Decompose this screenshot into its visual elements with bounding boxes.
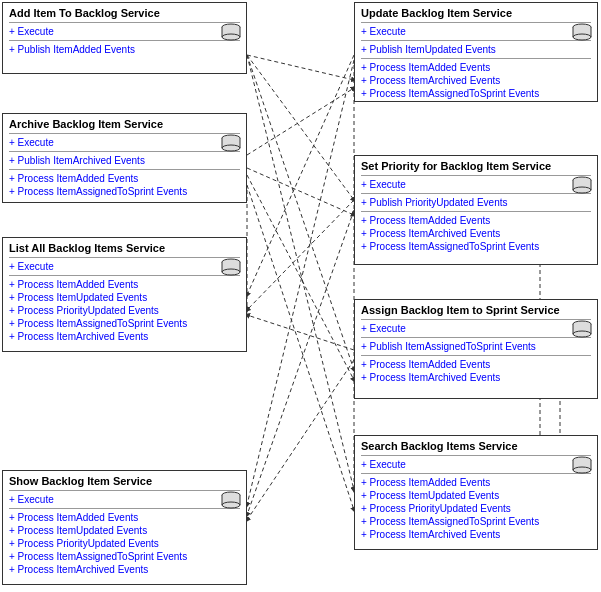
svg-line-8	[247, 55, 354, 295]
assign-sprint-db-icon	[571, 320, 593, 338]
svg-line-11	[247, 200, 354, 310]
list-all-p2: + Process ItemUpdated Events	[9, 291, 240, 304]
archive-execute: + Execute	[9, 136, 240, 149]
show-title: Show Backlog Item Service	[9, 475, 240, 487]
set-priority-publish: + Publish PriorityUpdated Events	[361, 196, 591, 209]
show-execute: + Execute	[9, 493, 240, 506]
show-p3: + Process PriorityUpdated Events	[9, 537, 240, 550]
update-p2: + Process ItemArchived Events	[361, 74, 591, 87]
svg-line-3	[247, 55, 354, 490]
svg-line-5	[247, 168, 354, 215]
list-all-title: List All Backlog Items Service	[9, 242, 240, 254]
set-priority-service-box: Set Priority for Backlog Item Service + …	[354, 155, 598, 265]
svg-line-7	[247, 185, 354, 510]
add-item-title: Add Item To Backlog Service	[9, 7, 240, 19]
assign-sprint-p2: + Process ItemArchived Events	[361, 371, 591, 384]
show-p4: + Process ItemAssignedToSprint Events	[9, 550, 240, 563]
show-service-box: Show Backlog Item Service + Execute + Pr…	[2, 470, 247, 585]
set-priority-p3: + Process ItemAssignedToSprint Events	[361, 240, 591, 253]
add-item-service-box: Add Item To Backlog Service + Execute + …	[2, 2, 247, 74]
svg-point-55	[573, 467, 591, 473]
assign-sprint-execute: + Execute	[361, 322, 591, 335]
add-item-db-icon	[220, 23, 242, 41]
search-db-icon	[571, 456, 593, 474]
update-service-box: Update Backlog Item Service + Execute + …	[354, 2, 598, 102]
search-p4: + Process ItemAssignedToSprint Events	[361, 515, 591, 528]
show-p1: + Process ItemAdded Events	[9, 511, 240, 524]
list-all-service-box: List All Backlog Items Service + Execute…	[2, 237, 247, 352]
add-item-publish: + Publish ItemAdded Events	[9, 43, 240, 56]
svg-line-0	[247, 55, 354, 80]
svg-line-15	[247, 360, 354, 520]
list-all-p1: + Process ItemAdded Events	[9, 278, 240, 291]
set-priority-db-icon	[571, 176, 593, 194]
archive-process1: + Process ItemAdded Events	[9, 172, 240, 185]
list-all-p5: + Process ItemArchived Events	[9, 330, 240, 343]
update-title: Update Backlog Item Service	[361, 7, 591, 19]
svg-point-45	[573, 187, 591, 193]
search-p1: + Process ItemAdded Events	[361, 476, 591, 489]
search-p2: + Process ItemUpdated Events	[361, 489, 591, 502]
search-service-box: Search Backlog Items Service + Execute +…	[354, 435, 598, 550]
set-priority-execute: + Execute	[361, 178, 591, 191]
set-priority-title: Set Priority for Backlog Item Service	[361, 160, 591, 172]
assign-sprint-title: Assign Backlog Item to Sprint Service	[361, 304, 591, 316]
show-p5: + Process ItemArchived Events	[9, 563, 240, 576]
svg-line-1	[247, 55, 354, 200]
assign-sprint-p1: + Process ItemAdded Events	[361, 358, 591, 371]
svg-line-9	[247, 60, 354, 505]
svg-point-20	[222, 34, 240, 40]
show-db-icon	[220, 491, 242, 509]
svg-line-14	[247, 315, 354, 350]
update-p1: + Process ItemAdded Events	[361, 61, 591, 74]
svg-point-40	[573, 34, 591, 40]
list-all-p4: + Process ItemAssignedToSprint Events	[9, 317, 240, 330]
update-p3: + Process ItemAssignedToSprint Events	[361, 87, 591, 100]
list-all-db-icon	[220, 258, 242, 276]
set-priority-p2: + Process ItemArchived Events	[361, 227, 591, 240]
update-db-icon	[571, 23, 593, 41]
archive-process2: + Process ItemAssignedToSprint Events	[9, 185, 240, 198]
search-execute: + Execute	[361, 458, 591, 471]
svg-point-25	[222, 145, 240, 151]
search-p3: + Process PriorityUpdated Events	[361, 502, 591, 515]
search-p5: + Process ItemArchived Events	[361, 528, 591, 541]
svg-point-35	[222, 502, 240, 508]
assign-sprint-publish: + Publish ItemAssignedToSprint Events	[361, 340, 591, 353]
update-publish: + Publish ItemUpdated Events	[361, 43, 591, 56]
diagram-container: Add Item To Backlog Service + Execute + …	[0, 0, 601, 592]
assign-sprint-service-box: Assign Backlog Item to Sprint Service + …	[354, 299, 598, 399]
add-item-execute: + Execute	[9, 25, 240, 38]
list-all-execute: + Execute	[9, 260, 240, 273]
svg-line-6	[247, 175, 354, 380]
archive-db-icon	[220, 134, 242, 152]
svg-line-12	[247, 210, 354, 515]
svg-point-50	[573, 331, 591, 337]
svg-point-30	[222, 269, 240, 275]
search-title: Search Backlog Items Service	[361, 440, 591, 452]
archive-service-box: Archive Backlog Item Service + Execute +…	[2, 113, 247, 203]
svg-line-4	[247, 88, 354, 155]
set-priority-p1: + Process ItemAdded Events	[361, 214, 591, 227]
svg-line-2	[247, 55, 354, 370]
update-execute: + Execute	[361, 25, 591, 38]
show-p2: + Process ItemUpdated Events	[9, 524, 240, 537]
archive-title: Archive Backlog Item Service	[9, 118, 240, 130]
list-all-p3: + Process PriorityUpdated Events	[9, 304, 240, 317]
archive-publish: + Publish ItemArchived Events	[9, 154, 240, 167]
